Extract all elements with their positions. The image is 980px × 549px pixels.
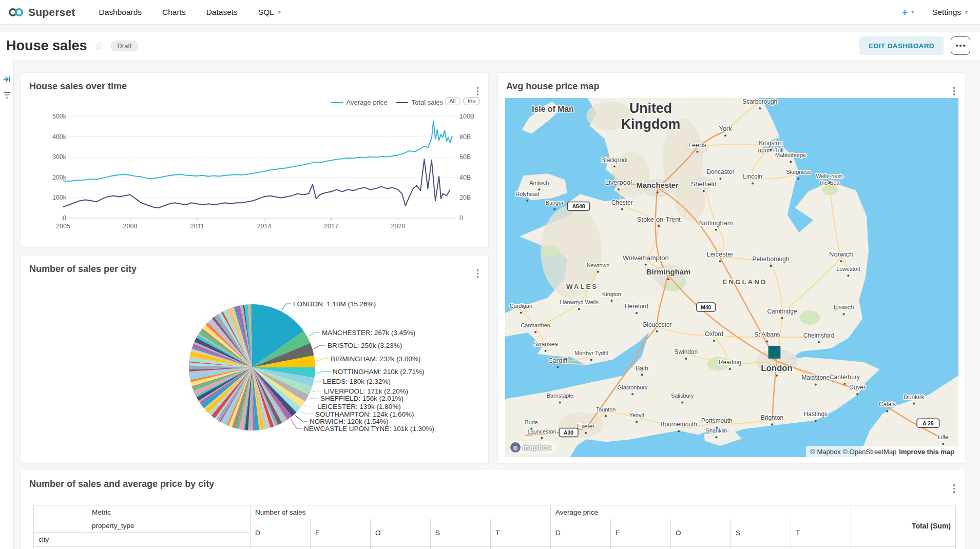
pie-chart-plot[interactable]: LONDON: 1.18M (15.26%)MANCHESTER: 267k (… <box>21 256 489 464</box>
favorite-star-icon[interactable]: ☆ <box>94 40 104 52</box>
value-cell[interactable]: 555k <box>551 547 611 549</box>
map-marker-london[interactable] <box>768 346 781 359</box>
map-label: Wolverhampton <box>623 254 669 262</box>
map-label: Leicester <box>707 250 734 258</box>
svg-text:80B: 80B <box>459 133 471 141</box>
improve-map-link[interactable]: Improve this map <box>899 448 954 456</box>
new-item-button[interactable]: + ▼ <box>902 7 915 18</box>
map-label: Gloucester <box>642 321 671 328</box>
map-label: Ipswich <box>834 304 854 311</box>
pie-label: LIVERPOOL: 171k (2.20%) <box>324 387 408 395</box>
col-header[interactable]: O <box>671 519 731 547</box>
svg-text:A548: A548 <box>572 204 585 209</box>
map-label: Cardigan <box>510 303 532 309</box>
map-label: ENGLAND <box>723 278 767 286</box>
dashboard-more-button[interactable] <box>951 36 970 55</box>
nav-menu: DashboardsChartsDatasetsSQL▼ <box>88 8 292 17</box>
svg-text:2014: 2014 <box>257 223 272 230</box>
value-cell[interactable]: 379k <box>731 547 791 549</box>
map-label: Holyhead <box>515 191 539 197</box>
metric-header: Metric <box>87 505 251 519</box>
value-cell[interactable]: 539 <box>251 547 311 549</box>
settings-label: Settings <box>932 8 961 17</box>
pivot-table: MetricNumber of salesAverage priceTotal … <box>33 505 956 549</box>
mapbox-map[interactable]: UnitedKingdomIsle of ManENGLANDWALESScar… <box>505 98 958 457</box>
col-header[interactable]: D <box>251 519 311 547</box>
map-label: Doncaster <box>706 168 734 175</box>
map-label: Hastings <box>804 410 828 418</box>
series-total-sales <box>63 159 450 208</box>
pie-label: LEICESTER: 139k (1.80%) <box>317 403 401 410</box>
col-header[interactable]: D <box>551 519 611 547</box>
col-header[interactable]: S <box>431 519 491 547</box>
map-label: Sheffield <box>691 180 717 188</box>
value-cell[interactable]: 635 <box>311 547 371 549</box>
attribution-text[interactable]: © Mapbox © OpenStreetMap <box>810 448 896 456</box>
map-label: Mablethorpe <box>775 152 806 158</box>
chart-menu-kebab-icon[interactable] <box>952 483 957 495</box>
col-header[interactable]: S <box>731 519 791 547</box>
map-label: Leeds <box>688 141 706 149</box>
value-cell[interactable]: 294k <box>791 547 851 549</box>
value-cell[interactable]: 26 <box>371 547 431 549</box>
map-label: Wells-next- <box>816 173 844 179</box>
svg-text:100B: 100B <box>459 113 474 120</box>
map-label: Kingdom <box>621 116 681 132</box>
chevron-down-icon: ▼ <box>910 10 915 15</box>
map-label: Scarborough <box>742 98 777 105</box>
col-header[interactable]: T <box>791 519 851 547</box>
map-label: Oxford <box>705 330 723 338</box>
nav-item-dashboards[interactable]: Dashboards <box>88 8 152 17</box>
map-label: Chelmsford <box>803 332 835 339</box>
edit-dashboard-button[interactable]: EDIT DASHBOARD <box>859 36 944 55</box>
col-header[interactable]: F <box>611 519 671 547</box>
map-label: Norwich <box>829 250 853 258</box>
map-label: Bangor <box>546 200 564 206</box>
filter-icon[interactable] <box>3 91 11 100</box>
value-cell[interactable]: 202k <box>611 547 671 549</box>
expand-filter-bar-icon[interactable] <box>3 75 11 83</box>
settings-menu[interactable]: Settings ▼ <box>932 8 969 17</box>
pie-label: BIRMINGHAM: 232k (3.00%) <box>331 355 421 363</box>
city-header[interactable]: city <box>34 533 87 547</box>
map-label: Blackpool <box>601 156 627 164</box>
map-label: Bath <box>636 365 648 372</box>
map-label: Merthyr Tydfil <box>574 350 608 356</box>
superset-logo[interactable]: Superset <box>8 6 75 18</box>
value-cell[interactable]: 746k <box>671 547 731 549</box>
svg-text:300k: 300k <box>52 153 67 161</box>
nav-item-charts[interactable]: Charts <box>152 8 196 17</box>
mapbox-wordmark: mapbox <box>523 443 552 452</box>
map-attribution: © Mapbox © OpenStreetMap Improve this ma… <box>806 446 958 457</box>
mapbox-logo[interactable]: ◍ mapbox <box>509 441 557 454</box>
pie-label: LEEDS: 180k (2.32%) <box>323 378 391 385</box>
svg-text:A 25: A 25 <box>923 421 934 426</box>
svg-text:200k: 200k <box>52 174 67 181</box>
col-header[interactable]: T <box>491 519 551 547</box>
pie-label: NOTTINGHAM: 210k (2.71%) <box>333 368 425 376</box>
map-label: Carmarthen <box>521 322 550 328</box>
pie-label: NEWCASTLE UPON TYNE: 101k (1.30%) <box>304 425 434 433</box>
chart-title: Avg house price map <box>506 81 599 92</box>
brand-name: Superset <box>28 6 75 18</box>
map-label: Amlwch <box>529 180 549 186</box>
chart-card-number-of-sales-per-city: Number of sales per city LONDON: 1.18M (… <box>21 255 489 464</box>
table-row: ABBOTS LANGLEY539635268411.12k555k202k74… <box>34 547 956 549</box>
status-badge: Draft <box>111 41 138 51</box>
chart-title: Number of sales and average price by cit… <box>29 479 214 489</box>
value-cell[interactable]: 841 <box>431 547 491 549</box>
nav-item-datasets[interactable]: Datasets <box>196 8 248 17</box>
map-label: Exeter <box>577 423 594 430</box>
nav-item-sql[interactable]: SQL▼ <box>248 8 292 17</box>
map-label: Kingston <box>759 140 782 147</box>
map-label: Salisbury <box>671 393 694 399</box>
chart-menu-kebab-icon[interactable] <box>952 85 957 97</box>
col-header[interactable]: O <box>371 519 431 547</box>
chart-card-house-sales-over-time: House sales over time Average priceTotal… <box>21 72 489 248</box>
map-label: Maidstone <box>802 374 830 381</box>
svg-text:2005: 2005 <box>56 223 70 230</box>
value-cell[interactable]: 1.12k <box>491 547 551 549</box>
line-chart-plot[interactable]: 00100k20B200k40B300k60B400k80B500k100B20… <box>21 73 489 242</box>
map-label: Isle of Man <box>532 105 574 113</box>
col-header[interactable]: F <box>311 519 371 547</box>
